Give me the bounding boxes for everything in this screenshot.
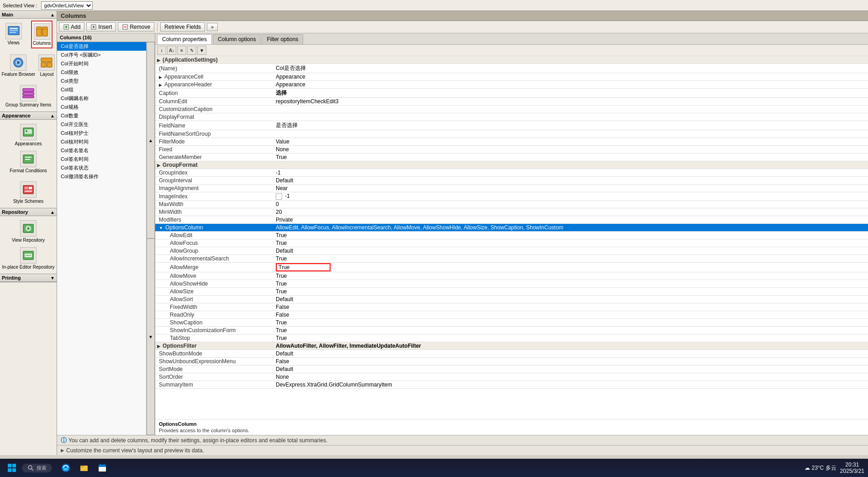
- tab-column-properties[interactable]: Column properties: [157, 34, 212, 44]
- column-item-2[interactable]: Col序号 <医嘱ID>: [57, 51, 146, 59]
- svg-rect-24: [25, 187, 28, 189]
- sidebar-item-views[interactable]: Views: [4, 21, 23, 48]
- prop-row-allow-size: AllowSize True: [155, 288, 868, 296]
- view-selector[interactable]: gdvOrderListView: [41, 1, 93, 10]
- prop-row-column-edit: ColumnEdit repositoryItemCheckEdit3: [155, 98, 868, 106]
- sidebar-item-style-schemes[interactable]: Style Schemes: [12, 179, 45, 206]
- props-filter-btn[interactable]: ▼: [197, 46, 206, 55]
- svg-rect-49: [80, 466, 84, 467]
- sidebar-item-inplace-editor[interactable]: In-place Editor Repository: [0, 245, 56, 272]
- start-button[interactable]: [4, 461, 20, 475]
- prop-row-field-name-sort: FieldNameSortGroup: [155, 130, 868, 138]
- columns-icon: [34, 23, 50, 40]
- insert-button[interactable]: Insert: [86, 22, 116, 32]
- prop-row-options-column[interactable]: ▼ OptionsColumn AllowEdit, AllowFocus, A…: [155, 224, 868, 232]
- sidebar-printing-chevron: ▼: [50, 276, 55, 281]
- sidebar-section-printing: Printing ▼: [0, 274, 57, 282]
- remove-button[interactable]: Remove: [118, 22, 154, 32]
- tab-column-options[interactable]: Column options: [213, 34, 261, 44]
- expand-appearance-cell[interactable]: ▶: [159, 75, 162, 80]
- sidebar-item-group-summary[interactable]: Group Summary Items: [4, 83, 53, 110]
- column-item-6[interactable]: Col组: [57, 85, 146, 94]
- sidebar-section-main-label: Main: [2, 12, 13, 17]
- sidebar-item-format-conditions[interactable]: Format Conditions: [8, 148, 48, 175]
- main-toolbar: Add Insert Remove Retrieve Fields »: [57, 21, 868, 33]
- taskbar-app-calendar[interactable]: [94, 461, 110, 475]
- sidebar-item-view-repository[interactable]: View Repository: [11, 218, 46, 245]
- sidebar-repository-items: View Repository In-place Editor Reposito…: [0, 216, 57, 274]
- prop-row-allow-edit: AllowEdit True: [155, 232, 868, 239]
- prop-row-sort-mode: SortMode Default: [155, 366, 868, 373]
- group-summary-icon: [20, 85, 37, 101]
- svg-point-10: [17, 61, 20, 64]
- sidebar-item-layout[interactable]: Layout: [37, 52, 56, 79]
- sidebar-item-columns[interactable]: Columns: [31, 21, 53, 48]
- column-item-11[interactable]: Col核对护士: [57, 129, 146, 138]
- taskbar-clock: 20:31 2025/3/21: [840, 461, 864, 474]
- props-sort-az-btn[interactable]: A↓: [167, 46, 176, 55]
- add-button[interactable]: Add: [59, 22, 84, 32]
- column-item-9[interactable]: Col数量: [57, 111, 146, 120]
- column-item-12[interactable]: Col核对时间: [57, 138, 146, 146]
- sidebar-section-printing-label: Printing: [2, 275, 21, 281]
- sidebar-appearance-items-2: Style Schemes: [0, 177, 57, 208]
- section-application-settings: ▶ (ApplicationSettings): [155, 56, 868, 64]
- prop-row-filter-mode: FilterMode Value: [155, 138, 868, 146]
- prop-row-tab-stop: TabStop True: [155, 334, 868, 342]
- column-item-5[interactable]: Col类型: [57, 77, 146, 85]
- props-sort-asc-btn[interactable]: ↕: [157, 46, 166, 55]
- search-icon: [27, 465, 34, 471]
- expand-options-filter[interactable]: ▶: [157, 344, 160, 349]
- column-item-13[interactable]: Col签名签名: [57, 146, 146, 155]
- props-search-btn[interactable]: ✎: [187, 46, 196, 55]
- expand-application-settings[interactable]: ▶: [157, 58, 160, 63]
- expand-arrow-status[interactable]: ▶: [61, 448, 64, 453]
- taskbar-app-edge[interactable]: [58, 461, 74, 475]
- taskbar-weather: ☁ 23°C 多云: [805, 464, 836, 472]
- svg-rect-43: [12, 468, 16, 472]
- prop-row-caption: Caption 选择: [155, 89, 868, 98]
- column-item-7[interactable]: Col嘱嘱名称: [57, 94, 146, 103]
- sidebar-item-appearances-label: Appearances: [15, 141, 42, 146]
- prop-row-allow-move: AllowMove True: [155, 272, 868, 280]
- props-categorized-btn[interactable]: ≡: [177, 46, 186, 55]
- prop-row-fixed: Fixed None: [155, 146, 868, 154]
- taskbar-apps: [58, 461, 110, 475]
- tab-filter-options[interactable]: Filter options: [262, 34, 303, 44]
- expand-group-format[interactable]: ▶: [157, 163, 160, 168]
- column-item-4[interactable]: Col限效: [57, 68, 146, 77]
- sidebar-section-main-header[interactable]: Main ▲: [0, 11, 57, 19]
- taskbar-app-explorer[interactable]: [76, 461, 92, 475]
- sidebar-item-appearances[interactable]: Appearances: [14, 122, 43, 148]
- sidebar: Main ▲ Views Columns: [0, 11, 57, 455]
- style-schemes-icon: [20, 181, 37, 198]
- sidebar-section-appearance-label: Appearance: [2, 113, 31, 118]
- column-item-10[interactable]: Col开立医生: [57, 120, 146, 129]
- column-item-3[interactable]: Col开始时间: [57, 59, 146, 68]
- prop-row-group-index: GroupIndex -1: [155, 169, 868, 177]
- sidebar-appearance-items: Appearances Format Conditions: [0, 120, 57, 177]
- retrieve-fields-button[interactable]: Retrieve Fields: [160, 22, 205, 32]
- main-layout: Main ▲ Views Columns: [0, 11, 868, 455]
- col-nav-down[interactable]: ▼: [147, 238, 155, 435]
- column-item-15[interactable]: Col签名状态: [57, 164, 146, 172]
- sidebar-section-appearance-header[interactable]: Appearance ▲: [0, 112, 57, 120]
- prop-row-allow-merge: AllowMerge True: [155, 263, 868, 272]
- windows-icon: [7, 463, 16, 472]
- sidebar-item-feature-browser[interactable]: Feature Browser: [0, 52, 37, 79]
- expand-options-column[interactable]: ▼: [159, 226, 163, 230]
- col-nav-up[interactable]: ▲: [147, 42, 155, 238]
- column-item-1[interactable]: Col是否选择: [57, 42, 146, 51]
- appearances-icon: [20, 124, 37, 140]
- sidebar-section-repository-header[interactable]: Repository ▲: [0, 208, 57, 216]
- column-item-16[interactable]: Col撤消签名操作: [57, 172, 146, 181]
- column-item-14[interactable]: Col签名时间: [57, 155, 146, 164]
- expand-appearance-header[interactable]: ▶: [159, 83, 162, 87]
- taskbar-search[interactable]: 搜索: [22, 464, 52, 472]
- svg-rect-51: [99, 465, 106, 467]
- more-button[interactable]: »: [207, 23, 218, 31]
- sidebar-main-items-3: Group Summary Items: [0, 81, 57, 111]
- image-check-box[interactable]: [276, 193, 282, 200]
- column-item-8[interactable]: Col规格: [57, 103, 146, 111]
- sidebar-section-printing-header[interactable]: Printing ▼: [0, 274, 57, 282]
